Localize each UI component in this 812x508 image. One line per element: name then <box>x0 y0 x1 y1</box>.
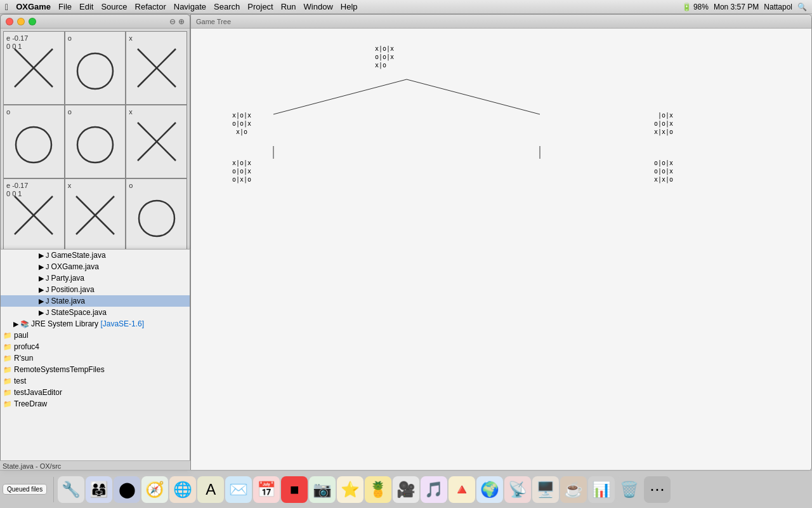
search-icon[interactable]: 🔍 <box>797 3 807 11</box>
svg-line-14 <box>273 79 407 114</box>
file-tree-item-rsun[interactable]: 📁 R'sun <box>1 352 190 364</box>
taskbar: Queued files 🔧 👨‍👩‍👧 ⬤ 🧭 🌐 A ✉️ 📅 ■ 📷 ⭐ … <box>0 470 812 508</box>
file-tree-item-jre[interactable]: ▶ 📚 JRE System Library [JavaSE-1.6] <box>1 318 190 330</box>
game-grid: e -0.170 0 1 o x <box>1 29 190 255</box>
dock-icon-mail[interactable]: ✉️ <box>225 476 252 503</box>
folder-icon: 📁 <box>3 366 12 374</box>
dock-icon-font[interactable]: A <box>197 476 224 503</box>
dock-icon-ftp[interactable]: 📡 <box>504 476 531 503</box>
game-cell-2-1[interactable]: x <box>65 178 126 252</box>
file-tree-item-statespace[interactable]: ▶ J StateSpace.java <box>1 307 190 318</box>
dock-icon-eclipse[interactable]: ⬤ <box>114 476 140 503</box>
file-tree-item-oxgame[interactable]: ▶ J OXGame.java <box>1 261 190 272</box>
dock-icon-terminal[interactable]: 🖥️ <box>532 476 559 503</box>
dock-icon-photos[interactable]: 📷 <box>309 476 336 503</box>
file-tree-item-party[interactable]: ▶ J Party.java <box>1 272 190 284</box>
dock-icon-pineapple[interactable]: 🍍 <box>365 476 391 503</box>
java-icon: ▶ J <box>39 297 49 305</box>
minimize-button[interactable] <box>17 18 25 25</box>
menu-window[interactable]: Window <box>304 2 333 11</box>
collapse-icon[interactable]: ⊖ <box>169 17 176 26</box>
dock-icon-video[interactable]: 🎥 <box>393 476 419 503</box>
menu-navigate[interactable]: Navigate <box>174 2 206 11</box>
java-icon: ▶ J <box>39 309 49 317</box>
dock-icon-music[interactable]: 🎵 <box>421 476 447 503</box>
expand-icon[interactable]: ⊕ <box>178 17 185 26</box>
svg-line-15 <box>407 79 540 114</box>
dock-icon-globe[interactable]: 🌍 <box>476 476 503 503</box>
x-symbol-2-1 <box>70 190 121 241</box>
menu-search[interactable]: Search <box>214 2 240 11</box>
close-button[interactable] <box>6 18 13 25</box>
game-cell-1-0[interactable]: o <box>3 105 65 178</box>
apple-menu[interactable]:  <box>5 2 8 12</box>
file-tree-item-testjava[interactable]: 📁 testJavaEditor <box>1 387 190 398</box>
cell-label-0-1: o <box>68 34 72 43</box>
game-cell-0-0[interactable]: e -0.170 0 1 <box>3 31 65 105</box>
queued-files-label[interactable]: Queued files <box>3 484 47 495</box>
dock-icon-cone[interactable]: 🔺 <box>449 476 475 503</box>
filename-jre: JRE System Library [JavaSE-1.6] <box>31 319 144 328</box>
file-tree-item-paul[interactable]: 📁 paul <box>1 330 190 341</box>
dock-icon-family[interactable]: 👨‍👩‍👧 <box>86 476 112 503</box>
dock-icon-finder[interactable]: 🔧 <box>58 476 84 503</box>
game-cell-1-2[interactable]: x <box>126 105 187 178</box>
svg-point-6 <box>77 127 113 163</box>
menubar-right: 🔋 98% Mon 3:57 PM Nattapol 🔍 <box>682 3 807 11</box>
filename-position: Position.java <box>51 285 95 294</box>
cell-label-1-2: x <box>129 108 133 116</box>
statusbar-text: State.java - OX/src <box>3 462 61 470</box>
file-tree-item-position[interactable]: ▶ J Position.java <box>1 284 190 295</box>
filename-remote: RemoteSystemsTempFiles <box>14 365 105 374</box>
file-tree-item-gamestate[interactable]: ▶ J GameState.java <box>1 250 190 261</box>
game-titlebar: ⊖ ⊕ <box>1 15 190 29</box>
game-cell-0-1[interactable]: o <box>65 31 126 105</box>
game-cell-1-1[interactable]: o <box>65 105 126 178</box>
file-tree-item-test[interactable]: 📁 test <box>1 375 190 387</box>
menu-edit[interactable]: Edit <box>79 2 93 11</box>
dock-icon-safari[interactable]: 🧭 <box>141 476 168 503</box>
dock-icon-manager[interactable]: 📊 <box>588 476 615 503</box>
file-tree-item-treedraw[interactable]: 📁 TreeDraw <box>1 398 190 410</box>
tree-node-l2-left: x|o|x o|o|x o|x|o <box>232 159 251 184</box>
game-cell-2-0[interactable]: e -0.170 0 1 <box>3 178 65 252</box>
maximize-button[interactable] <box>29 18 36 25</box>
x-symbol-0-2 <box>131 43 182 93</box>
dock-icon-red[interactable]: ■ <box>281 476 308 503</box>
filename-gamestate: GameState.java <box>51 251 106 260</box>
file-tree-item-profuc4[interactable]: 📁 profuc4 <box>1 341 190 352</box>
filename-paul: paul <box>14 331 29 340</box>
filename-statespace: StateSpace.java <box>51 308 107 317</box>
game-cell-2-2[interactable]: o <box>126 178 187 252</box>
menu-help[interactable]: Help <box>341 2 358 11</box>
cell-label-0-2: x <box>129 34 133 43</box>
menu-source[interactable]: Source <box>101 2 127 11</box>
game-cell-0-2[interactable]: x <box>126 31 187 105</box>
dock-icon-calendar[interactable]: 📅 <box>253 476 280 503</box>
o-symbol-1-1 <box>70 116 121 167</box>
tree-panel: Game Tree x|o|x o|o|x x|o x|o|x o|o|x x|… <box>190 14 812 471</box>
java-icon: ▶ J <box>39 274 49 283</box>
folder-icon: 📁 <box>3 400 12 408</box>
menubar-left:  OXGame File Edit Source Refactor Navig… <box>5 2 358 12</box>
file-tree: ▶ J GameState.java ▶ J OXGame.java ▶ J P… <box>1 250 190 471</box>
dock-icon-chrome[interactable]: 🌐 <box>169 476 196 503</box>
file-tree-item-state[interactable]: ▶ J State.java <box>1 295 190 307</box>
menu-project[interactable]: Project <box>247 2 273 11</box>
filename-state: State.java <box>51 297 85 305</box>
x-symbol-1-2 <box>131 116 182 167</box>
menu-file[interactable]: File <box>58 2 72 11</box>
dock-icon-stars[interactable]: ⭐ <box>337 476 363 503</box>
menu-run[interactable]: Run <box>281 2 296 11</box>
dock-icon-more[interactable]: ⋯ <box>644 476 671 503</box>
traffic-lights <box>6 18 36 25</box>
dock-icon-trash[interactable]: 🗑️ <box>616 476 643 503</box>
menu-refactor[interactable]: Refactor <box>135 2 166 11</box>
file-tree-item-remote[interactable]: 📁 RemoteSystemsTempFiles <box>1 364 190 375</box>
svg-point-13 <box>139 201 174 236</box>
cell-label-1-1: o <box>68 108 72 116</box>
app-name[interactable]: OXGame <box>16 2 51 11</box>
dock-icon-coffee[interactable]: ☕ <box>560 476 587 503</box>
java-icon: ▶ J <box>39 286 49 294</box>
tree-node-root: x|o|x o|o|x x|o <box>375 44 394 69</box>
